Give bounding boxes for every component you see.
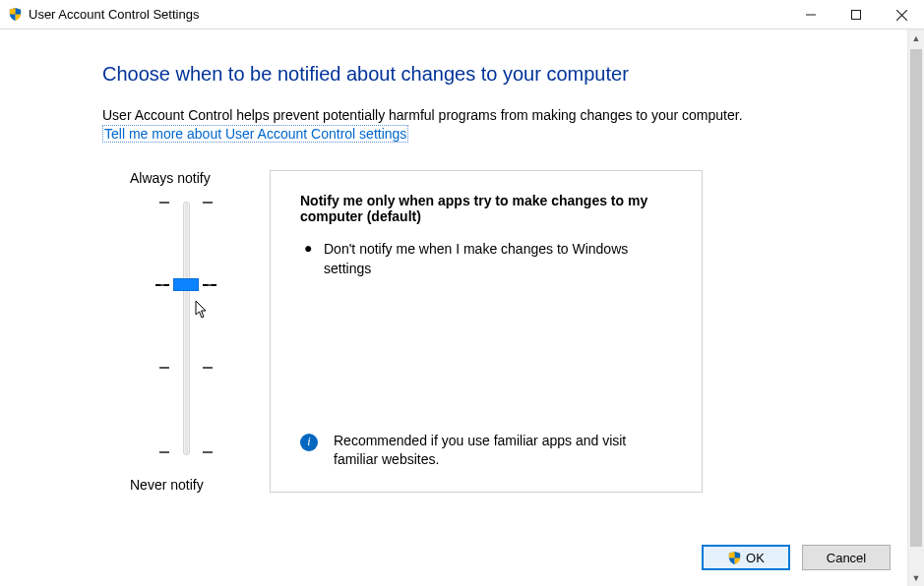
cancel-button-label: Cancel <box>827 551 866 565</box>
cursor-icon <box>195 300 209 324</box>
recommendation-text: Recommended if you use familiar apps and… <box>334 432 672 470</box>
page-heading: Choose when to be notified about changes… <box>102 63 819 86</box>
level-info-panel: Notify me only when apps try to make cha… <box>270 170 703 493</box>
panel-bullet: ● Don't notify me when I make changes to… <box>300 240 672 278</box>
info-icon: i <box>300 434 318 451</box>
panel-title: Notify me only when apps try to make cha… <box>300 193 672 224</box>
ok-button[interactable]: OK <box>702 545 790 570</box>
panel-bullet-text: Don't notify me when I make changes to W… <box>324 240 672 278</box>
settings-row: Always notify <box>102 170 819 493</box>
slider-track <box>183 202 190 455</box>
help-link[interactable]: Tell me more about User Account Control … <box>102 125 408 143</box>
scroll-up-arrow-icon[interactable]: ▲ <box>908 29 924 46</box>
vertical-scrollbar[interactable]: ▲ ▼ <box>907 29 924 586</box>
slider-tick <box>203 367 213 369</box>
maximize-button[interactable] <box>833 0 879 29</box>
slider-tick <box>159 367 169 369</box>
page-description: User Account Control helps prevent poten… <box>102 107 819 123</box>
slider-bottom-label: Never notify <box>130 477 204 493</box>
slider-column: Always notify <box>102 170 270 493</box>
window-title: User Account Control Settings <box>29 7 788 22</box>
ok-button-label: OK <box>746 551 765 565</box>
slider-thumb-dash <box>203 284 216 286</box>
notify-level-slider[interactable] <box>142 200 230 459</box>
title-bar: User Account Control Settings <box>0 0 924 29</box>
content-area: Choose when to be notified about changes… <box>0 29 907 586</box>
svg-rect-0 <box>852 11 861 20</box>
slider-tick <box>159 202 169 204</box>
uac-shield-icon <box>727 551 742 565</box>
slider-tick <box>203 202 213 204</box>
slider-tick <box>203 451 213 453</box>
bullet-icon: ● <box>300 240 324 278</box>
close-button[interactable] <box>879 0 924 29</box>
cancel-button[interactable]: Cancel <box>802 545 891 570</box>
slider-thumb[interactable] <box>173 278 199 291</box>
client-area: Choose when to be notified about changes… <box>0 29 924 586</box>
scroll-down-arrow-icon[interactable]: ▼ <box>908 569 924 586</box>
scrollbar-thumb[interactable] <box>910 49 922 547</box>
slider-tick <box>159 451 169 453</box>
recommendation-row: i Recommended if you use familiar apps a… <box>300 414 672 470</box>
dialog-button-bar: OK Cancel <box>702 545 891 570</box>
window-controls <box>788 0 924 29</box>
minimize-button[interactable] <box>788 0 833 29</box>
uac-shield-icon <box>8 7 23 22</box>
slider-top-label: Always notify <box>130 170 211 186</box>
slider-thumb-dash <box>155 284 169 286</box>
